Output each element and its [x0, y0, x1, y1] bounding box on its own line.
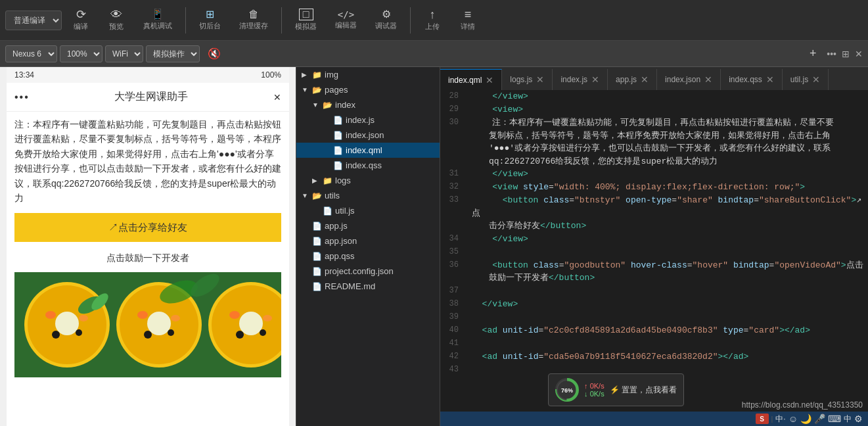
file-tree-project-config-label: project.config.json: [325, 266, 394, 276]
tab-index-qml[interactable]: index.qml ✕: [440, 69, 502, 90]
ime-moon-icon[interactable]: 🌙: [800, 414, 811, 424]
download-stat: ↓ 0K/s: [584, 390, 605, 398]
tab-util-js[interactable]: util.js ✕: [783, 69, 829, 90]
simulator-icon: □: [299, 9, 313, 20]
ime-lang-label[interactable]: 中: [844, 414, 852, 425]
ime-s-icon[interactable]: S: [756, 414, 769, 424]
file-tree-app-qss[interactable]: 📄 app.qss: [296, 248, 440, 264]
upload-btn[interactable]: ↑ 上传: [416, 6, 449, 34]
close-panel-icon[interactable]: ✕: [855, 49, 863, 59]
file-tree-index-js[interactable]: 📄 index.js: [296, 112, 440, 128]
switch-bg-icon: ⊞: [206, 9, 214, 20]
widget-text[interactable]: ⚡ 置置，点我看看: [610, 385, 677, 396]
phone-menu-dots[interactable]: •••: [14, 91, 30, 103]
code-line-37: 37: [440, 285, 868, 298]
preview-btn[interactable]: 👁 预览: [100, 6, 133, 34]
tab-index-js-label: index.js: [560, 75, 587, 84]
phone-close-btn[interactable]: ✕: [273, 92, 281, 103]
file-tree-img[interactable]: ▶ 📁 img: [296, 67, 440, 82]
file-tree-app-json-label: app.json: [325, 236, 357, 246]
debug-icon: 📱: [151, 9, 164, 20]
tab-app-js[interactable]: app.js ✕: [608, 69, 657, 90]
file-tree-logs-label: logs: [335, 176, 351, 185]
ime-bar: S | 中· ☺ 🌙 🎤 ⌨ 中 ⚙: [440, 412, 868, 426]
tab-index-js[interactable]: index.js ✕: [553, 69, 608, 90]
file-tree-index-json[interactable]: 📄 index.json: [296, 128, 440, 143]
svg-point-12: [147, 312, 171, 335]
tab-index-json[interactable]: index.json ✕: [657, 69, 721, 90]
details-label: 详情: [461, 22, 475, 32]
tab-index-js-close[interactable]: ✕: [591, 75, 599, 84]
ime-mic-icon[interactable]: 🎤: [814, 414, 825, 424]
top-toolbar: 普通编译 ⟳ 编译 👁 预览 📱 真机调试 ⊞ 切后台 🗑 清理缓存 □ 模拟器…: [0, 0, 868, 41]
network-stats: ↑ 0K/s ↓ 0K/s: [584, 382, 605, 398]
compile-mode-group[interactable]: 普通编译: [5, 11, 62, 30]
tab-logs-js[interactable]: logs.js ✕: [502, 69, 553, 90]
simulate-select[interactable]: 模拟操作: [146, 45, 200, 62]
editor-btn[interactable]: </> 编辑器: [327, 7, 365, 33]
ime-emoji-icon[interactable]: ☺: [788, 414, 798, 424]
file-tree-project-config[interactable]: 📄 project.config.json: [296, 264, 440, 279]
tab-index-json-close[interactable]: ✕: [704, 75, 712, 84]
sound-btn[interactable]: 🔇: [202, 45, 226, 62]
folder-icon: 📁: [312, 70, 322, 80]
layout-icon[interactable]: ⊞: [842, 49, 850, 59]
switch-bg-label: 切后台: [199, 21, 221, 31]
ime-zh-label[interactable]: 中·: [775, 414, 785, 425]
file-tree-pages[interactable]: ▼ 📂 pages: [296, 82, 440, 97]
tab-index-qss[interactable]: index.qss ✕: [721, 69, 783, 90]
phone-share-btn[interactable]: ↗点击分享给好友: [14, 213, 281, 242]
details-btn[interactable]: ≡ 详情: [451, 6, 484, 34]
tab-index-qss-close[interactable]: ✕: [766, 75, 774, 84]
file-tree-app-json[interactable]: 📄 app.json: [296, 233, 440, 248]
file-tree-index-qss[interactable]: 📄 index.qss: [296, 158, 440, 173]
phone-main-text: 注：本程序有一键覆盖粘贴功能，可先复制题目，再点击粘贴按钮进行覆盖粘贴，尽量不要…: [14, 117, 281, 205]
folder-open-icon: 📂: [323, 101, 332, 110]
tab-options-dots[interactable]: •••: [827, 49, 836, 59]
js-file-icon: 📄: [312, 222, 322, 231]
tab-index-qml-close[interactable]: ✕: [486, 76, 493, 85]
tab-logs-js-close[interactable]: ✕: [536, 75, 544, 84]
network-select[interactable]: WiFi: [105, 45, 143, 62]
editor-label: 编辑器: [335, 20, 357, 30]
code-line-41: 41: [440, 337, 868, 350]
editor-icon: </>: [338, 10, 354, 19]
file-tree-utils[interactable]: ▼ 📂 utils: [296, 188, 440, 203]
ime-settings-icon[interactable]: ⚙: [854, 414, 863, 424]
svg-point-21: [263, 315, 272, 321]
compile-mode-select[interactable]: 普通编译: [5, 11, 62, 30]
file-tree-util-js[interactable]: 📄 util.js: [296, 203, 440, 218]
add-tab-btn[interactable]: +: [804, 45, 821, 62]
svg-point-23: [260, 329, 266, 336]
phone-app-title: 大学生网课助手: [114, 90, 188, 104]
tabs-bar: index.qml ✕ logs.js ✕ index.js ✕ app.js …: [440, 67, 868, 90]
md-file-icon: 📄: [312, 282, 322, 291]
tab-util-js-close[interactable]: ✕: [812, 75, 820, 84]
switch-bg-btn[interactable]: ⊞ 切后台: [191, 7, 229, 34]
debugger-btn[interactable]: ⚙ 调试器: [367, 7, 405, 34]
zoom-select[interactable]: 100%: [60, 45, 103, 62]
progress-circle: 76%: [555, 378, 579, 402]
phone-frame: 13:34 100% ••• 大学生网课助手 ✕ 注：本程序有一键覆盖粘贴功能，…: [7, 67, 289, 426]
file-tree-utils-label: utils: [325, 191, 340, 201]
code-line-28: 28 </view>: [440, 90, 868, 103]
tab-app-js-label: app.js: [616, 75, 637, 84]
file-tree-app-js[interactable]: 📄 app.js: [296, 218, 440, 233]
ime-keyboard-icon[interactable]: ⌨: [828, 414, 841, 424]
clear-storage-btn[interactable]: 🗑 清理缓存: [231, 7, 276, 34]
compile-btn[interactable]: ⟳ 编译: [64, 6, 97, 34]
code-line-31: 31 </view>: [440, 168, 868, 181]
tab-app-js-close[interactable]: ✕: [641, 75, 649, 84]
ime-separator: |: [771, 415, 773, 423]
details-icon: ≡: [465, 9, 472, 20]
simulator-btn[interactable]: □ 模拟器: [287, 6, 325, 34]
file-tree-index-folder[interactable]: ▼ 📂 index: [296, 97, 440, 112]
js-file-icon: 📄: [323, 206, 332, 216]
device-select[interactable]: Nexus 6: [5, 45, 57, 62]
progress-svg: 76%: [555, 378, 579, 402]
floating-widget[interactable]: 76% ↑ 0K/s ↓ 0K/s ⚡ 置置，点我看看: [548, 373, 684, 406]
file-tree-logs[interactable]: ▶ 📁 logs: [296, 173, 440, 188]
file-tree-readme[interactable]: 📄 README.md: [296, 279, 440, 294]
debug-btn[interactable]: 📱 真机调试: [135, 7, 180, 34]
file-tree-index-qml[interactable]: 📄 index.qml: [296, 143, 440, 158]
